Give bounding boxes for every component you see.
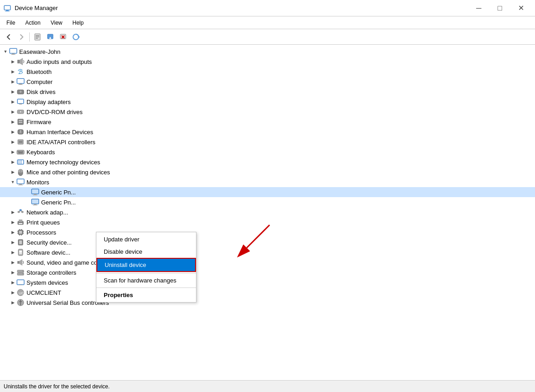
svg-rect-99	[17, 280, 24, 284]
usb-expand[interactable]: ▶	[9, 299, 16, 306]
maximize-button[interactable]: □	[489, 2, 510, 15]
svg-point-39	[20, 131, 21, 132]
ucm-expand[interactable]: ▶	[9, 289, 16, 296]
security-icon	[16, 238, 25, 246]
toolbar-properties[interactable]	[32, 31, 43, 43]
sound-expand[interactable]: ▶	[9, 259, 16, 266]
print-expand[interactable]: ▶	[9, 219, 16, 226]
root-label: Easeware-John	[19, 48, 60, 55]
menu-view[interactable]: View	[46, 18, 67, 27]
toolbar-back[interactable]	[3, 31, 15, 43]
tree-item-security[interactable]: ▶ Security device...	[0, 237, 535, 247]
tree-item-dvd[interactable]: ▶ DVD/CD-ROM drives	[0, 107, 535, 117]
toolbar: ▲	[0, 29, 535, 45]
tree-item-software[interactable]: ▶ Software devic...	[0, 247, 535, 257]
software-expand[interactable]: ▶	[9, 249, 16, 256]
computer-icon2	[16, 78, 25, 86]
toolbar-remove[interactable]	[57, 31, 69, 43]
svg-rect-47	[22, 151, 23, 152]
hid-expand[interactable]: ▶	[9, 128, 16, 136]
tree-item-monitor1[interactable]: Generic Pn...	[0, 187, 535, 197]
menu-file[interactable]: File	[2, 18, 20, 27]
tree-item-display[interactable]: ▶ Display adapters	[0, 97, 535, 107]
menu-help[interactable]: Help	[68, 18, 89, 27]
svg-rect-67	[34, 204, 37, 205]
tree-root[interactable]: ▼ Easeware-John	[0, 47, 535, 57]
memory-expand[interactable]: ▶	[9, 158, 16, 166]
svg-rect-42	[19, 141, 22, 143]
mice-label: Mice and other pointing devices	[26, 169, 110, 176]
processors-icon	[16, 228, 25, 236]
security-expand[interactable]: ▶	[9, 239, 16, 246]
tree-item-firmware[interactable]: ▶ Firmware	[0, 117, 535, 127]
root-expand-arrow[interactable]: ▼	[2, 48, 9, 55]
tree-item-memory[interactable]: ▶ Memory technology devices	[0, 157, 535, 167]
close-button[interactable]: ✕	[510, 2, 531, 15]
audio-expand[interactable]: ▶	[9, 58, 16, 65]
svg-rect-100	[19, 285, 22, 285]
processors-expand[interactable]: ▶	[9, 229, 16, 236]
svg-rect-16	[10, 49, 16, 53]
ctx-update-driver[interactable]: Update driver	[96, 233, 196, 246]
tree-item-ucm[interactable]: ▶ UC UCMCLIENT	[0, 287, 535, 298]
tree-item-usb[interactable]: ▶ Universal Serial Bus controllers	[0, 298, 535, 308]
ctx-disable-device[interactable]: Disable device	[96, 246, 196, 258]
minimize-button[interactable]: ─	[468, 2, 489, 15]
svg-rect-78	[19, 231, 22, 234]
tree-item-keyboards[interactable]: ▶ Keyboards	[0, 147, 535, 157]
tree-item-bluetooth[interactable]: ▶ ℬ Bluetooth	[0, 67, 535, 77]
dvd-expand[interactable]: ▶	[9, 108, 16, 115]
tree-item-processors[interactable]: ▶ Processors	[0, 227, 535, 237]
disk-expand[interactable]: ▶	[9, 88, 16, 95]
display-expand[interactable]: ▶	[9, 98, 16, 105]
svg-rect-75	[19, 220, 22, 222]
tree-item-audio[interactable]: ▶ Audio inputs and outputs	[0, 57, 535, 67]
system-label: System devices	[26, 279, 68, 286]
ctx-properties[interactable]: Properties	[96, 289, 196, 301]
firmware-icon	[16, 118, 25, 126]
toolbar-forward[interactable]	[16, 31, 27, 43]
svg-rect-48	[18, 152, 23, 153]
mice-icon	[16, 168, 25, 176]
tree-item-computer[interactable]: ▶ Computer	[0, 77, 535, 87]
ctx-uninstall-device[interactable]: Uninstall device	[96, 258, 196, 272]
tree-item-monitors[interactable]: ▼ Monitors	[0, 177, 535, 187]
processors-label: Processors	[26, 229, 56, 236]
bluetooth-expand[interactable]: ▶	[9, 68, 16, 75]
tree-item-disk[interactable]: ▶ Disk drives	[0, 87, 535, 97]
tree-item-monitor2[interactable]: Generic Pn...	[0, 197, 535, 207]
tree-item-mice[interactable]: ▶ Mice and other pointing devices	[0, 167, 535, 177]
svg-rect-66	[32, 199, 38, 204]
mice-expand[interactable]: ▶	[9, 168, 16, 176]
menu-action[interactable]: Action	[21, 18, 45, 27]
system-expand[interactable]: ▶	[9, 279, 16, 286]
monitors-expand[interactable]: ▼	[9, 178, 16, 186]
storage-expand[interactable]: ▶	[9, 269, 16, 276]
svg-rect-82	[21, 235, 22, 235]
keyboards-expand[interactable]: ▶	[9, 148, 16, 156]
toolbar-scan[interactable]	[70, 31, 82, 43]
svg-rect-37	[19, 122, 22, 123]
bluetooth-label: Bluetooth	[26, 68, 52, 75]
svg-rect-84	[17, 233, 18, 234]
dvd-icon	[16, 108, 25, 116]
tree-item-storage[interactable]: ▶ Storage controllers	[0, 267, 535, 277]
tree-item-system[interactable]: ▶ System devices	[0, 277, 535, 287]
tree-item-sound[interactable]: ▶ Sound, video and game controllers	[0, 257, 535, 267]
svg-text:▲: ▲	[48, 36, 52, 40]
tree-item-ide[interactable]: ▶ IDE ATA/ATAPI controllers	[0, 137, 535, 147]
toolbar-update[interactable]: ▲	[44, 31, 56, 43]
tree-item-print[interactable]: ▶ Print queues	[0, 217, 535, 227]
tree-item-network[interactable]: ▶ Network adap...	[0, 207, 535, 217]
device-tree[interactable]: ▼ Easeware-John ▶ Audio inputs and outpu…	[0, 45, 535, 380]
svg-rect-7	[36, 38, 38, 39]
svg-rect-88	[19, 240, 22, 244]
tree-item-hid[interactable]: ▶ Human Interface Devices	[0, 127, 535, 137]
firmware-expand[interactable]: ▶	[9, 118, 16, 125]
ctx-scan-hardware[interactable]: Scan for hardware changes	[96, 274, 196, 287]
computer-expand[interactable]: ▶	[9, 78, 16, 85]
remove-icon	[59, 33, 67, 41]
ide-expand[interactable]: ▶	[9, 138, 16, 146]
network-expand[interactable]: ▶	[9, 209, 16, 216]
svg-rect-63	[34, 194, 37, 195]
